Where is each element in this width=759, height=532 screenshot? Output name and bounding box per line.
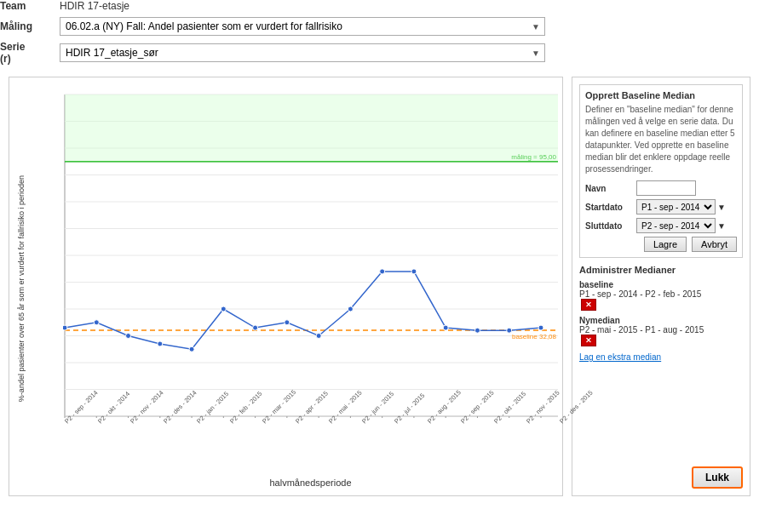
startdato-select[interactable]: P1 - sep - 2014: [636, 199, 716, 215]
y-axis-labels: [29, 86, 63, 418]
admin-section: Administrer Medianer baseline P1 - sep -…: [579, 265, 743, 362]
sluttdato-label: Sluttdato: [585, 221, 636, 231]
svg-point-64: [538, 325, 543, 330]
svg-point-57: [316, 334, 321, 339]
baseline-median-item: baseline P1 - sep - 2014 - P2 - feb - 20…: [579, 280, 743, 311]
baseline-item-range: P1 - sep - 2014 - P2 - feb - 2015: [579, 289, 743, 299]
baseline-section-desc: Definer en "baseline median" for denne m…: [585, 104, 737, 175]
svg-text:50,00: 50,00: [63, 279, 64, 287]
svg-text:30,00: 30,00: [63, 333, 64, 340]
baseline-section: Opprett Baseline Median Definer en "base…: [579, 84, 743, 258]
chart-plot: 0,0010,0020,0030,0040,0050,0060,0070,008…: [63, 86, 558, 418]
svg-point-55: [253, 325, 258, 330]
maling-dropdown: 06.02.a (NY) Fall: Andel pasienter som e…: [60, 17, 545, 36]
svg-text:80,00: 80,00: [63, 198, 64, 206]
avbryt-button[interactable]: Avbryt: [692, 237, 737, 252]
svg-text:baseline 32,08: baseline 32,08: [512, 333, 557, 340]
navn-label: Navn: [585, 184, 636, 193]
team-value: HDIR 17-etasje: [60, 0, 759, 12]
sluttdato-select[interactable]: P2 - sep - 2014: [636, 218, 716, 233]
nymedian-delete-button[interactable]: ✕: [581, 335, 596, 346]
svg-text:90,00: 90,00: [63, 172, 64, 180]
startdato-arrow: ▼: [717, 203, 726, 212]
svg-text:100,00: 100,00: [63, 145, 64, 152]
x-axis-title: halvmånedsperiode: [63, 478, 558, 488]
right-panel: Opprett Baseline Median Definer en "base…: [572, 77, 750, 496]
svg-point-50: [94, 320, 99, 325]
svg-text:70,00: 70,00: [63, 226, 64, 233]
svg-point-51: [126, 334, 131, 339]
svg-text:60,00: 60,00: [63, 252, 64, 260]
nymedian-item: Nymedian P2 - mai - 2015 - P1 - aug - 20…: [579, 316, 743, 346]
baseline-delete-button[interactable]: ✕: [581, 299, 596, 311]
svg-text:20,00: 20,00: [63, 359, 64, 367]
svg-text:10,00: 10,00: [63, 386, 64, 394]
lukk-button[interactable]: Lukk: [692, 466, 743, 489]
admin-title: Administrer Medianer: [579, 265, 743, 275]
serie-label: Serie (r): [0, 41, 60, 65]
chart-svg: 0,0010,0020,0030,0040,0050,0060,0070,008…: [63, 86, 558, 418]
svg-point-49: [63, 325, 67, 330]
lukk-row: Lukk: [579, 466, 743, 489]
svg-text:110,00: 110,00: [63, 118, 64, 126]
main-content: %-andel pasienter over 65 år som er vurd…: [0, 70, 759, 503]
svg-point-52: [158, 341, 163, 346]
startdato-label: Startdato: [585, 203, 636, 212]
serie-select[interactable]: HDIR 17_etasje_sør: [60, 43, 545, 62]
baseline-item-name: baseline: [579, 280, 743, 289]
nymedian-item-name: Nymedian: [579, 316, 743, 325]
svg-point-63: [507, 328, 512, 333]
svg-point-54: [221, 306, 226, 312]
maling-select[interactable]: 06.02.a (NY) Fall: Andel pasienter som e…: [60, 17, 545, 36]
top-bar: Team HDIR 17-etasje Måling 06.02.a (NY) …: [0, 0, 759, 65]
serie-dropdown: HDIR 17_etasje_sør ▼: [60, 43, 545, 62]
svg-point-56: [285, 320, 290, 325]
svg-point-60: [411, 269, 417, 274]
maling-label: Måling: [0, 20, 60, 32]
nymedian-item-range: P2 - mai - 2015 - P1 - aug - 2015: [579, 325, 743, 335]
svg-point-53: [189, 346, 194, 352]
sluttdato-arrow: ▼: [717, 221, 726, 231]
svg-text:120,00: 120,00: [63, 91, 64, 99]
team-label: Team: [0, 0, 60, 12]
svg-rect-46: [65, 94, 558, 162]
lagre-button[interactable]: Lagre: [644, 237, 687, 252]
svg-point-58: [348, 306, 353, 312]
y-axis-title: %-andel pasienter over 65 år som er vurd…: [17, 175, 26, 402]
svg-point-59: [380, 269, 385, 274]
svg-text:40,00: 40,00: [63, 306, 64, 313]
add-median-link[interactable]: Lag en ekstra median: [579, 352, 661, 362]
svg-point-62: [474, 328, 480, 333]
baseline-section-title: Opprett Baseline Median: [585, 90, 737, 100]
chart-area: %-andel pasienter over 65 år som er vurd…: [9, 77, 563, 496]
svg-point-61: [443, 325, 448, 330]
navn-input[interactable]: [636, 180, 696, 196]
x-axis-labels: P2 - sep - 2014P2 - okt - 2014P2 - nov -…: [63, 418, 558, 478]
